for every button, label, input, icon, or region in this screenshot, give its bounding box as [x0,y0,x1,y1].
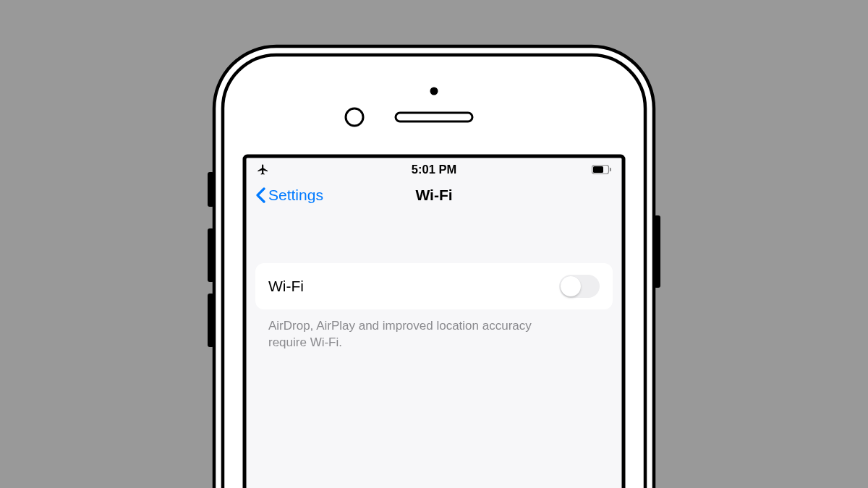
wifi-toggle[interactable] [559,275,600,298]
airplane-mode-icon [257,163,269,176]
wifi-label: Wi-Fi [268,278,304,295]
svg-rect-9 [654,215,660,288]
wifi-row: Wi-Fi [255,263,613,309]
footer-note: AirDrop, AirPlay and improved location a… [255,309,574,351]
svg-rect-8 [208,294,214,347]
back-label: Settings [268,187,323,204]
status-time: 5:01 PM [329,163,539,176]
back-button[interactable]: Settings [255,187,323,204]
page-title: Wi-Fi [415,187,452,204]
svg-rect-12 [593,166,603,173]
svg-rect-11 [610,168,611,171]
svg-rect-3 [396,113,472,121]
svg-rect-6 [208,172,214,207]
nav-bar: Settings Wi-Fi [248,179,620,211]
status-bar: 5:01 PM [248,159,620,179]
svg-point-4 [346,108,363,126]
battery-icon [592,165,611,174]
svg-point-2 [430,87,438,95]
toggle-knob [561,276,581,296]
content: Wi-Fi AirDrop, AirPlay and improved loca… [248,211,620,351]
screen: 5:01 PM Settings Wi-Fi Wi-Fi [248,159,620,488]
svg-rect-7 [208,228,214,282]
chevron-left-icon [255,187,265,203]
